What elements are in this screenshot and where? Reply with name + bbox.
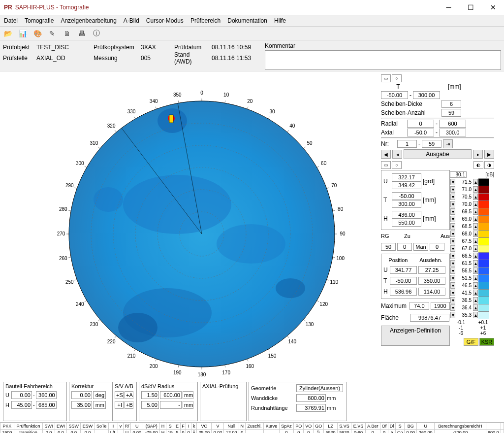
edit-icon[interactable]: ✎ [47, 30, 57, 37]
nr-hi[interactable]: 59 [422, 140, 441, 148]
palette-2-icon[interactable]: ◑ [484, 161, 494, 169]
u-lo[interactable]: 322.17 [392, 173, 421, 181]
scale-up-6[interactable]: ▴ [473, 223, 478, 230]
man-button[interactable]: Man [413, 243, 428, 251]
scale-up-12[interactable]: ▴ [473, 267, 478, 274]
scale-dn-9[interactable]: ▾ [450, 245, 455, 252]
menu-dokumentation[interactable]: Dokumentation [227, 17, 267, 24]
max1[interactable]: 74.0 [410, 302, 429, 310]
menu-cursor-modus[interactable]: Cursor-Modus [146, 17, 184, 24]
view-square-icon[interactable]: ▭ [381, 161, 391, 169]
scale-up-2[interactable]: ▴ [473, 194, 478, 200]
scale-dn-12[interactable]: ▾ [450, 267, 455, 274]
scale-up-3[interactable]: ▴ [473, 201, 478, 207]
axial-hi[interactable]: 300.0 [439, 129, 466, 136]
bf-h1[interactable]: 45.00 [11, 401, 32, 409]
tab-square-icon[interactable]: ▭ [381, 74, 391, 82]
t2-lo[interactable]: -50.00 [392, 192, 421, 200]
u-hi[interactable]: 349.42 [392, 181, 421, 189]
menu-pruefbereich[interactable]: Prüfbereich [190, 17, 220, 24]
scale-dn-0[interactable]: ▾ [450, 179, 455, 185]
scale-dn-16[interactable]: ▾ [450, 297, 455, 303]
ds-3[interactable]: 5.00 [141, 401, 159, 409]
nr-go-button[interactable]: ⇥ [443, 139, 453, 148]
off-neg-1[interactable]: -1 [450, 325, 472, 331]
next-button[interactable]: ▸ [473, 150, 483, 159]
scale-up-5[interactable]: ▴ [473, 216, 478, 222]
scale-dn-18[interactable]: ▾ [450, 312, 455, 318]
rg-value[interactable]: 50 [381, 243, 396, 251]
scale-dn-15[interactable]: ▾ [450, 290, 455, 296]
info-icon[interactable]: ⓘ [92, 29, 101, 38]
scale-up-1[interactable]: ▴ [473, 186, 478, 193]
scale-dn-6[interactable]: ▾ [450, 223, 455, 230]
scale-dn-4[interactable]: ▾ [450, 208, 455, 215]
bf-u1[interactable]: 0.00 [11, 391, 32, 399]
scale-dn-5[interactable]: ▾ [450, 216, 455, 222]
minimize-button[interactable]: ─ [438, 0, 460, 15]
scale-up-7[interactable]: ▴ [473, 231, 478, 237]
prev-button[interactable]: ◂ [392, 150, 402, 159]
off-pos-6[interactable]: +6 [472, 331, 494, 336]
radial-lo[interactable]: 0 [407, 120, 434, 128]
scale-dn-3[interactable]: ▾ [450, 201, 455, 207]
pos-t2[interactable]: 350.00 [418, 277, 445, 285]
geometrie-value[interactable]: Zylinder(Aussen) [296, 384, 343, 392]
scale-up-0[interactable]: ▴ [473, 179, 478, 185]
scale-up-17[interactable]: ▴ [473, 304, 478, 311]
ausgabe-button[interactable]: Ausgabe [404, 149, 472, 159]
chart-icon[interactable]: 📊 [18, 30, 28, 37]
off-pos-01[interactable]: +0.1 [472, 320, 494, 325]
off-pos-1[interactable]: +1 [472, 325, 494, 331]
scale-dn-14[interactable]: ▾ [450, 282, 455, 289]
aus-value[interactable]: 0 [430, 243, 444, 251]
pos-h2[interactable]: 114.00 [418, 288, 445, 296]
menu-datei[interactable]: Datei [4, 17, 18, 24]
scale-dn-1[interactable]: ▾ [450, 186, 455, 193]
off-neg-6[interactable]: -6 [450, 331, 472, 336]
scheiben-anzahl-value[interactable]: 59 [441, 109, 461, 117]
t2-hi[interactable]: 300.00 [392, 200, 421, 208]
sv-i[interactable]: +I [115, 401, 124, 409]
sv-s[interactable]: +S [115, 391, 124, 399]
scale-dn-13[interactable]: ▾ [450, 275, 455, 281]
scale-up-11[interactable]: ▴ [473, 260, 478, 266]
h-hi[interactable]: 550.00 [392, 219, 421, 227]
flaeche-value[interactable]: 99876.47 [410, 314, 449, 322]
ko-v2[interactable]: 35.00 [71, 401, 92, 409]
ds-2[interactable]: 600.00 [160, 391, 182, 399]
off-neg-01[interactable]: -0.1 [450, 320, 472, 325]
palette-icon[interactable]: 🎨 [32, 30, 42, 37]
polar-chart[interactable]: 0102030405060708090100110120130140150160… [0, 71, 379, 381]
print-icon[interactable]: 🖶 [77, 30, 87, 37]
menu-hilfe[interactable]: Hilfe [274, 17, 286, 24]
scale-up-14[interactable]: ▴ [473, 282, 478, 289]
nr-lo[interactable]: 1 [397, 140, 417, 148]
pos-h1[interactable]: 536.96 [390, 288, 417, 296]
gf-badge[interactable]: G/F [464, 338, 478, 346]
pos-u2[interactable]: 27.25 [418, 266, 445, 274]
prev-fast-button[interactable]: ◀ [381, 150, 391, 159]
radial-hi[interactable]: 600 [439, 120, 466, 128]
menu-tomografie[interactable]: Tomografie [25, 17, 54, 24]
scale-dn-11[interactable]: ▾ [450, 260, 455, 266]
open-icon[interactable]: 📂 [3, 30, 13, 37]
scale-dn-8[interactable]: ▾ [450, 238, 455, 244]
anzeigen-definition-button[interactable]: Anzeigen-Definition [381, 326, 450, 346]
scale-up-4[interactable]: ▴ [473, 208, 478, 215]
max2[interactable]: 1900 [431, 302, 450, 310]
scale-up-8[interactable]: ▴ [473, 238, 478, 244]
wanddicke-value[interactable]: 800.00 [296, 394, 326, 402]
scale-up-18[interactable]: ▴ [473, 312, 478, 318]
ksr-badge[interactable]: KSR [479, 338, 494, 346]
scale-up-15[interactable]: ▴ [473, 290, 478, 296]
t-lo-input[interactable]: -50.00 [381, 91, 408, 99]
scheiben-dicke-value[interactable]: 6 [441, 100, 461, 108]
menu-anzeigenbearbeitung[interactable]: Anzeigenbearbeitung [61, 17, 116, 24]
scale-dn-10[interactable]: ▾ [450, 253, 455, 259]
scale-dn-17[interactable]: ▾ [450, 304, 455, 311]
scale-up-13[interactable]: ▴ [473, 275, 478, 281]
maximize-button[interactable]: ☐ [460, 0, 482, 15]
ko-v1[interactable]: 0.00 [71, 391, 92, 399]
zu-value[interactable]: 0 [397, 243, 412, 251]
